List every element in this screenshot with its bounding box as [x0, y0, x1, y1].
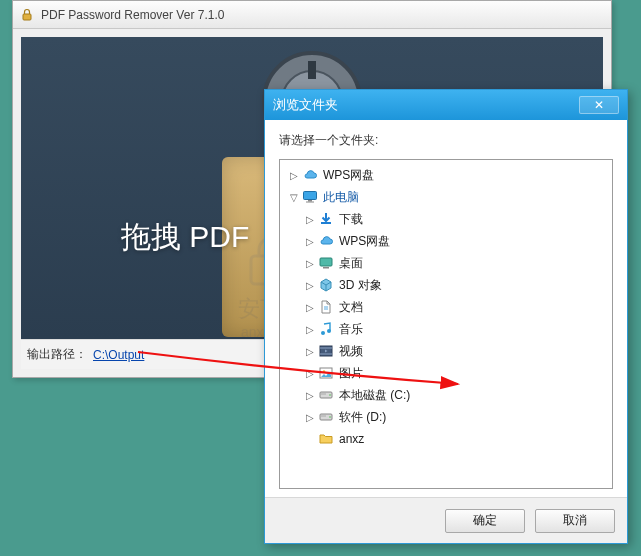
- browse-folder-dialog: 浏览文件夹 ✕ 请选择一个文件夹: ▷WPS网盘▽此电脑▷下载▷WPS网盘▷桌面…: [264, 89, 628, 544]
- tree-node[interactable]: ▽此电脑: [282, 186, 610, 208]
- expander-icon[interactable]: ▷: [304, 279, 316, 291]
- picture-icon: [318, 365, 334, 381]
- cancel-button[interactable]: 取消: [535, 509, 615, 533]
- svg-point-15: [323, 370, 326, 373]
- svg-point-17: [329, 394, 331, 396]
- expander-icon[interactable]: ▷: [304, 389, 316, 401]
- tree-node[interactable]: ▷3D 对象: [282, 274, 610, 296]
- svg-rect-18: [321, 394, 326, 395]
- svg-rect-21: [321, 416, 326, 417]
- monitor-icon: [302, 189, 318, 205]
- cloud-icon: [302, 167, 318, 183]
- dialog-body: 请选择一个文件夹: ▷WPS网盘▽此电脑▷下载▷WPS网盘▷桌面▷3D 对象▷文…: [265, 120, 627, 497]
- tree-node-label: 图片: [339, 365, 363, 382]
- dialog-title: 浏览文件夹: [273, 96, 338, 114]
- expander-icon[interactable]: ▷: [304, 345, 316, 357]
- ok-button[interactable]: 确定: [445, 509, 525, 533]
- expander-icon[interactable]: ▷: [304, 367, 316, 379]
- svg-rect-0: [23, 14, 31, 20]
- tree-node-label: 本地磁盘 (C:): [339, 387, 410, 404]
- expander-icon[interactable]: [304, 433, 316, 445]
- tree-node-label: anxz: [339, 432, 364, 446]
- tree-node[interactable]: ▷下载: [282, 208, 610, 230]
- tree-node-label: 软件 (D:): [339, 409, 386, 426]
- disk-icon: [318, 387, 334, 403]
- app-lock-icon: [19, 7, 35, 23]
- folder-tree[interactable]: ▷WPS网盘▽此电脑▷下载▷WPS网盘▷桌面▷3D 对象▷文档▷音乐▷视频▷图片…: [279, 159, 613, 489]
- title-bar: PDF Password Remover Ver 7.1.0: [13, 1, 611, 29]
- svg-point-12: [327, 329, 331, 333]
- tree-node-label: WPS网盘: [339, 233, 390, 250]
- output-path-link[interactable]: C:\Output: [93, 348, 144, 362]
- video-icon: [318, 343, 334, 359]
- tree-node-label: 3D 对象: [339, 277, 382, 294]
- svg-rect-8: [321, 222, 331, 224]
- document-icon: [318, 299, 334, 315]
- tree-node[interactable]: ▷软件 (D:): [282, 406, 610, 428]
- tree-node-label: 音乐: [339, 321, 363, 338]
- tree-node-label: WPS网盘: [323, 167, 374, 184]
- tree-node-label: 下载: [339, 211, 363, 228]
- tree-node[interactable]: ▷文档: [282, 296, 610, 318]
- svg-point-11: [321, 331, 325, 335]
- expander-icon[interactable]: ▷: [304, 301, 316, 313]
- dialog-title-bar: 浏览文件夹 ✕: [265, 90, 627, 120]
- svg-rect-9: [320, 258, 332, 266]
- svg-rect-3: [308, 61, 316, 79]
- tree-node[interactable]: ▷图片: [282, 362, 610, 384]
- expander-icon[interactable]: ▷: [304, 323, 316, 335]
- drop-text: 拖拽 PDF: [121, 217, 249, 258]
- download-icon: [318, 211, 334, 227]
- svg-rect-6: [308, 200, 312, 202]
- expander-icon[interactable]: ▷: [304, 257, 316, 269]
- tree-node[interactable]: ▷音乐: [282, 318, 610, 340]
- tree-node-label: 视频: [339, 343, 363, 360]
- tree-node[interactable]: ▷桌面: [282, 252, 610, 274]
- disk-icon: [318, 409, 334, 425]
- dialog-prompt: 请选择一个文件夹:: [279, 132, 613, 149]
- tree-node-label: 桌面: [339, 255, 363, 272]
- cube-icon: [318, 277, 334, 293]
- app-title: PDF Password Remover Ver 7.1.0: [41, 8, 224, 22]
- output-label: 输出路径：: [27, 346, 87, 363]
- expander-icon[interactable]: ▽: [288, 191, 300, 203]
- svg-rect-7: [306, 202, 314, 203]
- desktop-icon: [318, 255, 334, 271]
- folder-icon: [318, 431, 334, 447]
- expander-icon[interactable]: ▷: [304, 235, 316, 247]
- expander-icon[interactable]: ▷: [288, 169, 300, 181]
- tree-node-label: 此电脑: [323, 189, 359, 206]
- tree-node[interactable]: ▷视频: [282, 340, 610, 362]
- expander-icon[interactable]: ▷: [304, 213, 316, 225]
- tree-node[interactable]: ▷WPS网盘: [282, 230, 610, 252]
- cloud-icon: [318, 233, 334, 249]
- svg-rect-10: [323, 267, 329, 269]
- tree-node-label: 文档: [339, 299, 363, 316]
- tree-node[interactable]: anxz: [282, 428, 610, 450]
- dialog-button-row: 确定 取消: [265, 497, 627, 543]
- music-icon: [318, 321, 334, 337]
- tree-node[interactable]: ▷WPS网盘: [282, 164, 610, 186]
- close-button[interactable]: ✕: [579, 96, 619, 114]
- svg-rect-5: [304, 192, 317, 200]
- expander-icon[interactable]: ▷: [304, 411, 316, 423]
- tree-node[interactable]: ▷本地磁盘 (C:): [282, 384, 610, 406]
- svg-point-20: [329, 416, 331, 418]
